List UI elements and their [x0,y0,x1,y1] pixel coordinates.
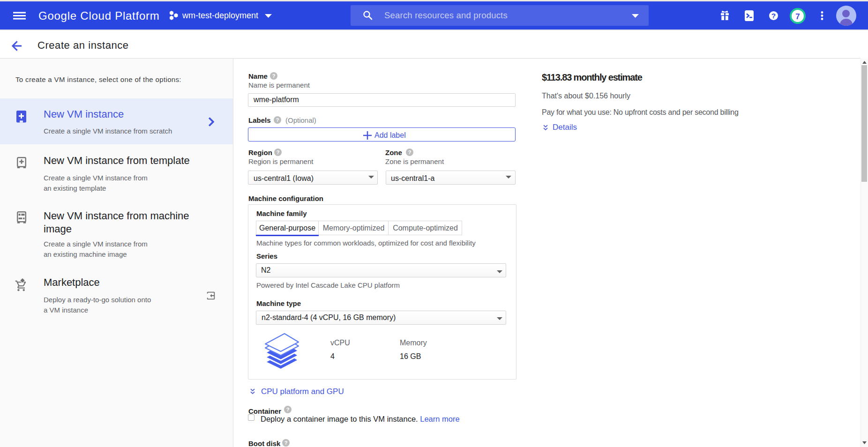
svg-text:?: ? [771,12,776,20]
